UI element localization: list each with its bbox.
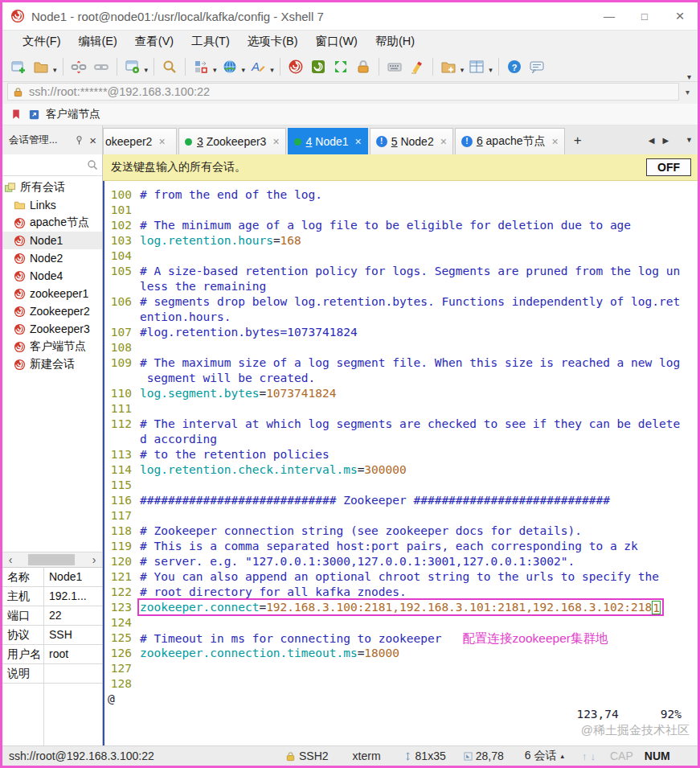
address-field[interactable]: ssh://root:******@192.168.3.100:22: [7, 83, 679, 101]
status-size-label: 81x35: [415, 750, 446, 762]
quick-bar-session-label[interactable]: 客户端节点: [46, 107, 100, 121]
sidebar-item-Node1[interactable]: Node1: [2, 232, 102, 249]
close-tab-icon[interactable]: ×: [158, 135, 165, 148]
scrollbar-thumb[interactable]: [28, 554, 75, 565]
properties-dropdown-icon[interactable]: ▾: [145, 66, 149, 74]
bookmark-flag-icon[interactable]: [10, 109, 23, 121]
new-folder-button[interactable]: [438, 55, 459, 78]
terminal-screen[interactable]: 100# from the end of the log.101102# The…: [103, 181, 698, 745]
menu-item-0[interactable]: 文件(F): [14, 34, 70, 49]
new-folder-dropdown-icon[interactable]: ▾: [461, 66, 465, 74]
search-icon: [87, 159, 98, 170]
scroll-right-icon[interactable]: ›: [86, 552, 102, 567]
tab-Zookeeper3[interactable]: 3 Zookeeper3×: [178, 128, 286, 154]
terminal-line: 101: [108, 203, 698, 218]
new-session-button[interactable]: [8, 55, 29, 78]
pin-icon[interactable]: [74, 135, 84, 146]
line-text: less the remaining: [140, 279, 266, 294]
tab-list-dropdown-icon[interactable]: ▼: [673, 136, 693, 144]
encoding-dropdown-icon[interactable]: ▾: [242, 66, 246, 74]
font-dropdown-icon[interactable]: ▾: [270, 66, 274, 74]
feedback-button[interactable]: [526, 55, 547, 78]
status-protocol: SSH2: [285, 750, 329, 762]
close-tab-icon[interactable]: ×: [552, 135, 559, 148]
compose-dropdown-icon[interactable]: ▾: [213, 66, 217, 74]
sidebar-item-zookeeper1[interactable]: zookeeper1: [2, 285, 102, 302]
find-button[interactable]: [159, 55, 180, 78]
scroll-left-icon[interactable]: ‹: [2, 552, 18, 567]
close-panel-icon[interactable]: ×: [84, 133, 99, 147]
fullscreen-button[interactable]: [330, 55, 351, 78]
sidebar-item-客户端节点[interactable]: 客户端节点: [2, 338, 102, 355]
status-cursor-position: 28,78: [464, 750, 504, 762]
address-dropdown-icon[interactable]: ▾: [679, 88, 693, 97]
line-number: @: [108, 692, 132, 707]
highlight-button[interactable]: [407, 55, 428, 78]
lock-icon: [13, 87, 23, 97]
broadcast-off-button[interactable]: OFF: [646, 158, 691, 176]
line-number: 118: [108, 524, 132, 539]
new-tab-button[interactable]: +: [567, 133, 589, 149]
scrollbar-track[interactable]: [18, 552, 86, 567]
disconnect-button[interactable]: [68, 55, 89, 78]
tab-apache节点[interactable]: !6 apache节点×: [455, 128, 565, 154]
sidebar-item-Zookeeper2[interactable]: Zookeeper2: [2, 302, 102, 320]
sidebar-item-apache节点[interactable]: apache节点: [2, 214, 102, 232]
terminal-line: @: [108, 692, 698, 707]
line-text: # You can also append an optional chroot…: [140, 569, 659, 585]
tab-Node2[interactable]: !5 Node2×: [370, 128, 453, 154]
sidebar-item-Node4[interactable]: Node4: [2, 267, 102, 285]
close-tab-icon[interactable]: ×: [440, 135, 447, 148]
xftp-button[interactable]: [308, 55, 329, 78]
menu-item-1[interactable]: 编辑(E): [70, 34, 126, 49]
xshell-button[interactable]: [285, 55, 306, 78]
watermark-text: @稀土掘金技术社区: [108, 722, 698, 737]
sidebar-item-所有会话[interactable]: 所有会话: [2, 179, 102, 196]
sidebar-item-新建会话[interactable]: 新建会话: [2, 355, 102, 373]
launch-session-icon[interactable]: [28, 109, 40, 121]
find-icon: [162, 59, 178, 75]
fullscreen-icon: [333, 59, 349, 75]
menu-item-4[interactable]: 选项卡(B): [239, 34, 307, 49]
menu-item-5[interactable]: 窗口(W): [307, 34, 366, 49]
status-session-count[interactable]: 6 会话 ▴: [525, 749, 564, 763]
property-value: Node1: [44, 568, 102, 586]
terminal-line: 106# segments drop below log.retention.b…: [108, 294, 698, 310]
compose-button[interactable]: [190, 55, 211, 78]
open-dropdown-icon[interactable]: ▾: [53, 66, 57, 74]
scroll-up-icon[interactable]: ↑: [580, 750, 589, 762]
menu-item-3[interactable]: 工具(T): [182, 34, 239, 49]
menu-item-6[interactable]: 帮助(H): [366, 34, 424, 49]
tab-scroll-left-icon[interactable]: ◀: [645, 136, 659, 145]
tile-button[interactable]: [466, 55, 487, 78]
line-number: [108, 371, 132, 386]
keyboard-button[interactable]: [384, 55, 405, 78]
minimize-button[interactable]: —: [592, 10, 627, 23]
toolbar-overflow-icon[interactable]: ▾: [687, 72, 693, 81]
tab-Node1[interactable]: 4 Node1×: [288, 128, 368, 154]
font-button[interactable]: A: [248, 55, 268, 78]
maximize-button[interactable]: □: [627, 10, 662, 23]
properties-button[interactable]: [122, 55, 143, 78]
tile-dropdown-icon[interactable]: ▾: [489, 66, 493, 74]
num-lock-indicator: NUM: [645, 750, 670, 762]
close-tab-icon[interactable]: ×: [355, 135, 362, 148]
close-button[interactable]: ×: [662, 7, 698, 25]
line-text: segment will be created.: [140, 371, 315, 386]
help-button[interactable]: ?: [504, 55, 525, 78]
menu-item-2[interactable]: 查看(V): [126, 34, 182, 49]
close-tab-icon[interactable]: ×: [272, 135, 279, 148]
terminal-line: 114log.retention.check.interval.ms=30000…: [108, 462, 698, 478]
tab-okeeper2[interactable]: okeeper2×: [103, 128, 177, 154]
sidebar-item-Zookeeper3[interactable]: Zookeeper3: [2, 320, 102, 338]
sidebar-item-Links[interactable]: Links: [2, 196, 102, 214]
tab-scroll-right-icon[interactable]: ▶: [658, 136, 673, 145]
open-icon: [33, 59, 49, 75]
scroll-down-icon[interactable]: ↓: [589, 750, 598, 762]
sidebar-item-Node2[interactable]: Node2: [2, 249, 102, 267]
reconnect-button[interactable]: [91, 55, 112, 78]
encoding-button[interactable]: [219, 55, 240, 78]
open-button[interactable]: [31, 55, 51, 78]
lock-button[interactable]: [353, 55, 374, 78]
line-number: 115: [108, 478, 132, 493]
